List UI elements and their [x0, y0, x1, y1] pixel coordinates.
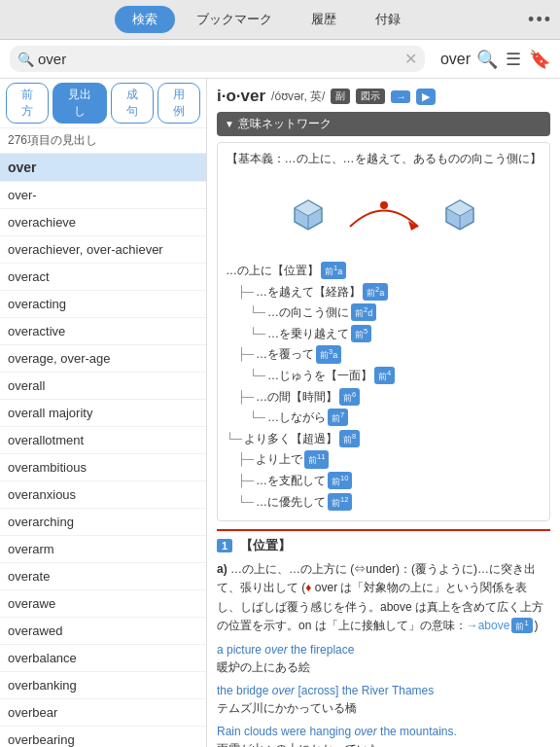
word-item-overall-majority[interactable]: overall majority	[0, 400, 206, 427]
word-item-overbanking[interactable]: overbanking	[0, 672, 206, 699]
section-1: 1 【位置】	[217, 537, 550, 554]
search-icons-right: 🔍 ☰ 🔖	[476, 49, 550, 70]
section-1-text: a) …の上に、…の上方に (⇔under)：(覆うように)…に突き出て、張り出…	[217, 560, 550, 635]
word-item-overate[interactable]: overate	[0, 563, 206, 590]
word-item-overanxious[interactable]: overanxious	[0, 481, 206, 509]
tab-bookmark[interactable]: ブックマーク	[179, 6, 290, 33]
word-item-overbearing[interactable]: overbearing	[0, 727, 206, 747]
tree-item-2: ├─ …を越えて【経路】前2a	[226, 282, 542, 303]
filter-tabs: 前方 見出し 成句 用例	[0, 79, 206, 128]
tree-item-5: ├─ …を覆って前3a	[226, 344, 542, 366]
clear-search-button[interactable]: ✕	[404, 50, 417, 68]
example-3-en: Rain clouds were hanging over the mounta…	[217, 723, 550, 740]
word-item-overarching[interactable]: overarching	[0, 509, 206, 536]
word-item-overage[interactable]: overage, over-age	[0, 345, 206, 373]
tab-search[interactable]: 検索	[115, 6, 175, 33]
word-item-overacting[interactable]: overacting	[0, 291, 206, 318]
tab-appendix[interactable]: 付録	[358, 6, 418, 33]
cube-right	[442, 196, 477, 231]
word-item-overachieve[interactable]: overachieve	[0, 209, 206, 236]
cube-left	[291, 196, 326, 231]
svg-point-4	[380, 201, 388, 209]
filter-tab-forward[interactable]: 前方	[6, 83, 49, 124]
filter-tab-headword[interactable]: 見出し	[52, 83, 106, 124]
tree-item-12: └─ …に優先して前12	[226, 492, 542, 514]
tag-arrow: →	[391, 90, 410, 103]
search-icon: 🔍	[18, 52, 34, 67]
filter-tab-example[interactable]: 用例	[158, 83, 200, 124]
result-count: 276項目の見出し	[0, 128, 206, 154]
word-item-overbalance[interactable]: overbalance	[0, 645, 206, 672]
network-box: 【基本義：…の上に、…を越えて、あるものの向こう側に】	[217, 142, 550, 521]
filter-tab-phrase[interactable]: 成句	[111, 83, 154, 124]
bookmark-icon[interactable]: 🔖	[529, 49, 550, 70]
search-bar: 🔍 ✕ over 🔍 ☰ 🔖	[0, 40, 560, 79]
word-item-overawe[interactable]: overawe	[0, 590, 206, 618]
tree-item-9: └─ より多く【超過】前8	[226, 429, 542, 450]
word-item-overarm[interactable]: overarm	[0, 536, 206, 563]
search-word-right: over	[440, 51, 471, 68]
tree-section: …の上に【位置】前1a ├─ …を越えて【経路】前2a └─ …の向こう側に前2…	[226, 261, 542, 513]
word-item-overallotment[interactable]: overallotment	[0, 427, 206, 454]
top-navigation: 検索 ブックマーク 履歴 付録 •••	[0, 0, 560, 40]
play-audio-button[interactable]: ▶	[416, 89, 436, 105]
tag-pos-adv: 副	[331, 89, 350, 104]
section-number-1: 1	[217, 539, 232, 552]
word-item-overachiever[interactable]: overachiever, over-achiever	[0, 236, 206, 264]
tree-item-10: ├─ より上で前11	[226, 449, 542, 471]
section-divider	[217, 529, 550, 531]
tree-item-4: └─ …を乗り越えて前5	[226, 324, 542, 345]
tag-diagram: 図示	[356, 89, 385, 104]
search-input[interactable]	[38, 51, 401, 67]
entry-pronunciation: /óʊvər, 英/	[271, 89, 325, 105]
tree-item-8: └─ …しながら前7	[226, 408, 542, 429]
word-item-overall[interactable]: overall	[0, 373, 206, 400]
word-list: over over- overachieve overachiever, ove…	[0, 154, 206, 747]
example-2-jp: テムズ川にかかっている橋	[217, 699, 550, 717]
right-panel: i·o·ver /óʊvər, 英/ 副 図示 → ▶ ▼ 意味ネットワーク 【…	[207, 79, 560, 747]
word-item-overactive[interactable]: overactive	[0, 318, 206, 345]
example-1-en: a picture over the fireplace	[217, 641, 550, 658]
word-item-overact[interactable]: overact	[0, 264, 206, 291]
section-title-1: 【位置】	[240, 538, 291, 552]
arrow-diagram	[345, 190, 423, 238]
network-diagram	[226, 175, 542, 253]
network-section-header[interactable]: ▼ 意味ネットワーク	[217, 112, 550, 136]
main-area: 前方 見出し 成句 用例 276項目の見出し over over- overac…	[0, 79, 560, 747]
word-item-overbear[interactable]: overbear	[0, 699, 206, 727]
word-item-over[interactable]: over	[0, 154, 206, 182]
word-item-overawed[interactable]: overawed	[0, 618, 206, 645]
entry-header: i·o·ver /óʊvər, 英/ 副 図示 → ▶	[217, 87, 550, 106]
search-input-wrap[interactable]: 🔍 ✕	[10, 46, 425, 72]
entry-word: i·o·ver	[217, 87, 265, 106]
menu-icon[interactable]: ☰	[506, 49, 521, 70]
tree-item-7: ├─ …の間【時間】前6	[226, 387, 542, 409]
tree-item-11: ├─ …を支配して前10	[226, 471, 542, 492]
network-main-text: 【基本義：…の上に、…を越えて、あるものの向こう側に】	[226, 151, 542, 167]
tab-history[interactable]: 履歴	[294, 6, 354, 33]
example-2-en: the bridge over [across] the River Thame…	[217, 682, 550, 699]
tree-item-3: └─ …の向こう側に前2d	[226, 302, 542, 324]
word-item-over-dash[interactable]: over-	[0, 182, 206, 209]
example-1-jp: 暖炉の上にある絵	[217, 658, 550, 676]
tree-item-6: └─ …じゅうを【一面】前4	[226, 366, 542, 387]
collapse-icon: ▼	[225, 119, 234, 129]
search-magnifier-icon[interactable]: 🔍	[476, 49, 498, 70]
network-section-title: 意味ネットワーク	[238, 116, 332, 132]
left-panel: 前方 見出し 成句 用例 276項目の見出し over over- overac…	[0, 79, 207, 747]
more-menu-button[interactable]: •••	[528, 10, 552, 30]
tree-item-1: …の上に【位置】前1a	[226, 261, 542, 282]
word-item-overambitious[interactable]: overambitious	[0, 454, 206, 481]
example-group-1: a picture over the fireplace 暖炉の上にある絵 th…	[217, 641, 550, 747]
example-3-jp: 雨雲が山々の上にかかっていた	[217, 740, 550, 747]
